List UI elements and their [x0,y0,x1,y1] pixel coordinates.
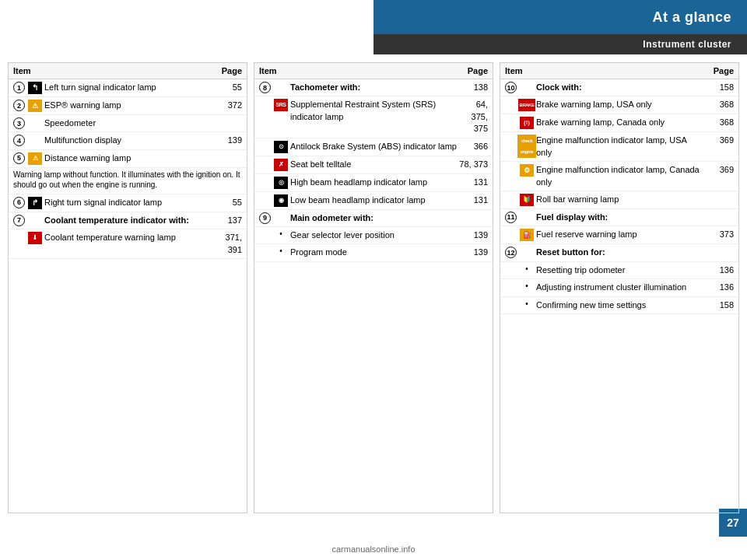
content-area: Item Page 1 ↰ Left turn signal indica­to… [8,62,739,513]
bullet-icon: • [517,282,536,290]
bullet-icon: • [517,264,536,273]
srs-icon: SRS [272,99,290,111]
table-row: ⛽ Fuel reserve warning lamp 373 [500,226,738,244]
table-row: 1 ↰ Left turn signal indica­tor lamp 55 [9,79,247,97]
table-row: ✗ Seat belt telltale 78, 373 [254,156,493,174]
brake-canada-icon: (!) [517,117,536,129]
row-text: Speedometer [44,117,212,129]
row-page: 369 [704,164,734,176]
table-row: • Program mode 139 [254,244,493,261]
abs-text: Antilock Brake Sys­tem (ABS) indicator l… [290,141,458,152]
row-page: 136 [704,282,734,293]
row-page: 372 [212,100,242,111]
brake-canada-text: Brake warning lamp, Canada only [536,117,704,128]
distance-warning-icon: ⚠ [26,152,44,165]
lowbeam-text: Low beam headlamp indicator lamp [290,194,458,206]
row-page: 369 [704,135,734,146]
table-row: (!) Brake warning lamp, Canada only 368 [500,114,738,132]
table-row: • Confirming new time set­tings 158 [500,297,738,314]
header-title: At a glance [652,9,731,26]
row-num: 10 [505,82,517,93]
page-number: 27 [727,516,739,529]
coolant-icon: 🌡 [26,232,44,244]
row-text: ESP® warning lamp [44,100,212,111]
col-page-label: Page [212,66,242,75]
warning-text: Warning lamp without function. It illumi… [9,168,247,194]
bullet-icon: • [272,229,290,238]
engine-canada-text: Engine malfunction indicator lamp, Canad… [536,164,704,188]
turn-left-icon: ↰ [26,82,44,94]
rollbar-text: Roll bar warning lamp [536,194,704,205]
reset-label: Reset button for: [536,247,704,258]
row-page: 371, 391 [212,232,242,256]
row-page: 55 [212,197,242,208]
turn-right-icon: ↱ [26,197,44,209]
lowbeam-icon: ◉ [272,194,290,207]
engine-canada-icon: ⚙ [517,164,536,177]
table-row: 12 Reset button for: [500,244,738,261]
tachometer-label: Tachometer with: [290,82,458,93]
reset-trip-text: Resetting trip odometer [536,264,704,276]
col-page-label: Page [704,66,734,75]
bullet-icon: • [517,299,536,308]
row-page: 78, 373 [458,159,488,170]
brake-usa-text: Brake warning lamp, USA only [536,99,704,110]
seatbelt-text: Seat belt telltale [290,159,458,170]
table-row: SRS Supplemental Restraint System (SRS) … [254,96,493,138]
fuel-label: Fuel display with: [536,212,704,223]
panel1-header: Item Page [9,63,247,79]
seatbelt-icon: ✗ [272,159,290,171]
odometer-label: Main odometer with: [290,212,458,224]
row-text: Multifunction display [44,135,212,146]
table-row: 11 Fuel display with: [500,209,738,226]
row-page: 368 [704,117,734,128]
row-num: 6 [13,197,26,208]
rollbar-icon: 🔰 [517,194,536,206]
table-row: 🌡 Coolant temperature warning lamp 371, … [9,229,247,259]
row-page: 136 [704,264,734,276]
table-row: 7 Coolant temperature indicator with: 13… [9,212,247,229]
row-num: 11 [505,212,517,223]
clock-label: Clock with: [536,82,704,93]
row-page: 64, 375, 375 [458,99,488,135]
row-page: 131 [458,177,488,188]
table-row: • Gear selector lever position 139 [254,227,493,244]
row-page: 137 [212,215,242,226]
col-item-label: Item [13,66,212,75]
row-page: 55 [212,82,242,93]
srs-text: Supplemental Restraint System (SRS) indi… [290,99,458,123]
row-page: 368 [704,99,734,110]
table-row: 8 Tachometer with: 138 [254,79,493,96]
fuel-reserve-icon: ⛽ [517,229,536,241]
table-row: 9 Main odometer with: [254,210,493,227]
row-num: 5 [13,152,26,164]
table-row: 4 Multifunction display 139 [9,132,247,149]
row-num: 3 [13,117,26,129]
esp-icon: ⚠ [26,100,44,112]
row-num: 12 [505,247,517,258]
table-row: 5 ⚠ Distance warning lamp [9,150,247,168]
brake-usa-icon: BRAKE [517,99,536,111]
subtitle: Instrument cluster [643,39,731,50]
coolant-header: Coolant temperature indicator with: [44,215,212,226]
panel2-header: Item Page [254,63,493,79]
row-page: 158 [704,299,734,311]
panel3-header: Item Page [500,63,738,79]
row-num: 2 [13,100,26,111]
coolant-text: Coolant temperature warning lamp [44,232,212,243]
row-page: 139 [458,247,488,258]
row-text: Right turn signal indi­cator lamp [44,197,212,208]
panel-1: Item Page 1 ↰ Left turn signal indica­to… [8,62,247,513]
row-page: 158 [704,82,734,93]
subheader-bar: Instrument cluster [374,34,747,54]
engine-usa-icon: checkengine [517,135,536,158]
row-page: 366 [458,141,488,152]
row-page: 139 [458,229,488,241]
row-page: 373 [704,229,734,240]
highbeam-icon: ◎ [272,177,290,189]
table-row: 2 ⚠ ESP® warning lamp 372 [9,97,247,115]
table-row: checkengine Engine malfunction indicator… [500,132,738,162]
row-num: 8 [259,82,272,93]
col-page-label: Page [458,66,488,75]
reset-confirm-text: Confirming new time set­tings [536,299,704,311]
